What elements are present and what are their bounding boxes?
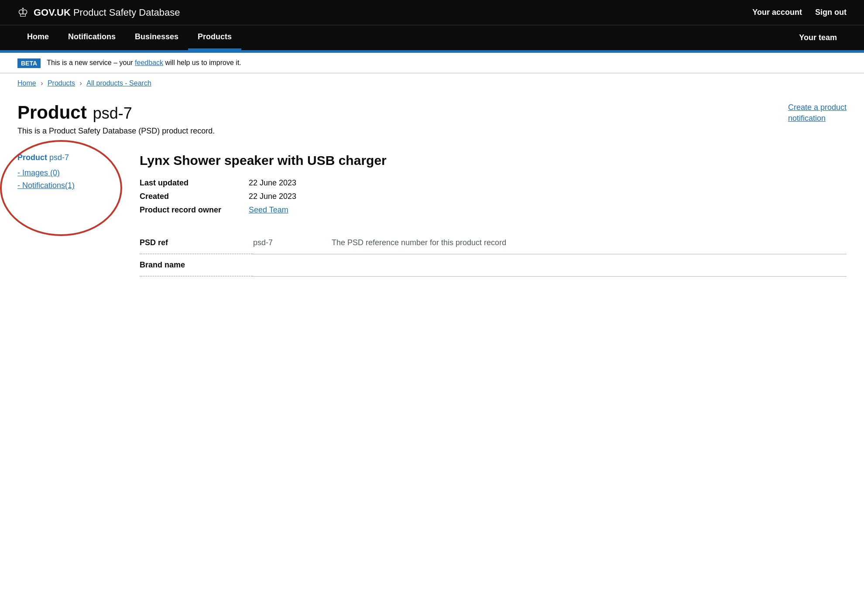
list-item: - Notifications(1) bbox=[17, 181, 113, 190]
owner-value: Seed Team bbox=[249, 205, 288, 215]
page-psd-ref: psd-7 bbox=[93, 104, 132, 123]
page-title: Product psd-7 bbox=[17, 102, 215, 123]
create-notification-link-wrapper: Create a productnotification bbox=[788, 102, 847, 124]
psd-ref-value: psd-7 bbox=[253, 232, 332, 254]
nav-home[interactable]: Home bbox=[17, 25, 58, 50]
psd-ref-note: The PSD reference number for this produc… bbox=[332, 232, 847, 254]
created-value: 22 June 2023 bbox=[249, 192, 296, 201]
last-updated-label: Last updated bbox=[140, 178, 236, 188]
beta-banner: BETA This is a new service – your feedba… bbox=[0, 53, 864, 73]
nav-businesses[interactable]: Businesses bbox=[125, 25, 188, 50]
your-account-link[interactable]: Your account bbox=[752, 8, 802, 17]
breadcrumb-sep-1: › bbox=[41, 79, 45, 87]
breadcrumb-sep-2: › bbox=[80, 79, 84, 87]
nav-right: Your team bbox=[789, 25, 847, 50]
beta-text-before: This is a new service – your bbox=[47, 59, 135, 66]
meta-row-created: Created 22 June 2023 bbox=[140, 192, 847, 201]
brand-name-note bbox=[332, 254, 847, 276]
breadcrumb-home[interactable]: Home bbox=[17, 79, 36, 87]
product-details: Lynx Shower speaker with USB charger Las… bbox=[140, 153, 847, 277]
user-links: Your account Sign out bbox=[752, 8, 847, 17]
header: ♔ GOV.UK Product Safety Database Your ac… bbox=[0, 0, 864, 25]
psd-ref-label: PSD ref bbox=[140, 232, 253, 254]
page-subtitle: This is a Product Safety Database (PSD) … bbox=[17, 127, 215, 136]
page-title-block: Product psd-7 This is a Product Safety D… bbox=[17, 102, 215, 136]
breadcrumb-products[interactable]: Products bbox=[48, 79, 75, 87]
sidebar-notifications-link[interactable]: - Notifications(1) bbox=[17, 181, 75, 190]
breadcrumb-search[interactable]: All products - Search bbox=[86, 79, 151, 87]
meta-row-last-updated: Last updated 22 June 2023 bbox=[140, 178, 847, 188]
beta-tag: BETA bbox=[17, 58, 41, 68]
meta-table: Last updated 22 June 2023 Created 22 Jun… bbox=[140, 178, 847, 215]
product-name: Lynx Shower speaker with USB charger bbox=[140, 153, 847, 168]
product-section: Product psd-7 - Images (0) - Notificatio… bbox=[17, 153, 847, 277]
create-notification-link[interactable]: Create a productnotification bbox=[788, 103, 847, 123]
brand-name-value bbox=[253, 254, 332, 276]
brand-name-label: Brand name bbox=[140, 254, 253, 276]
gov-uk-label: GOV.UK Product Safety Database bbox=[34, 7, 180, 18]
table-row: Brand name bbox=[140, 254, 847, 276]
crown-icon: ♔ bbox=[17, 5, 28, 20]
meta-row-owner: Product record owner Seed Team bbox=[140, 205, 847, 215]
nav-products[interactable]: Products bbox=[188, 25, 241, 50]
beta-text-after: will help us to improve it. bbox=[165, 59, 241, 66]
sidebar-product-ref[interactable]: psd-7 bbox=[49, 153, 69, 162]
sidebar: Product psd-7 - Images (0) - Notificatio… bbox=[17, 153, 113, 277]
list-item: - Images (0) bbox=[17, 168, 113, 178]
table-row: PSD ref psd-7 The PSD reference number f… bbox=[140, 232, 847, 254]
sidebar-images-link[interactable]: - Images (0) bbox=[17, 168, 60, 177]
seed-team-link[interactable]: Seed Team bbox=[249, 205, 288, 214]
data-table: PSD ref psd-7 The PSD reference number f… bbox=[140, 232, 847, 277]
page-header-row: Product psd-7 This is a Product Safety D… bbox=[17, 102, 847, 136]
sidebar-product-label: Product psd-7 bbox=[17, 153, 113, 162]
main-nav: Home Notifications Businesses Products Y… bbox=[0, 25, 864, 50]
sign-out-link[interactable]: Sign out bbox=[815, 8, 847, 17]
breadcrumb: Home › Products › All products - Search bbox=[0, 73, 864, 93]
created-label: Created bbox=[140, 192, 236, 201]
sidebar-links: - Images (0) - Notifications(1) bbox=[17, 168, 113, 190]
site-logo[interactable]: ♔ GOV.UK Product Safety Database bbox=[17, 5, 180, 20]
last-updated-value: 22 June 2023 bbox=[249, 178, 296, 188]
main-content: Product psd-7 This is a Product Safety D… bbox=[0, 93, 864, 303]
owner-label: Product record owner bbox=[140, 205, 236, 215]
nav-notifications[interactable]: Notifications bbox=[58, 25, 125, 50]
nav-your-team[interactable]: Your team bbox=[789, 26, 847, 49]
feedback-link[interactable]: feedback bbox=[135, 59, 163, 66]
nav-left: Home Notifications Businesses Products bbox=[17, 25, 241, 50]
